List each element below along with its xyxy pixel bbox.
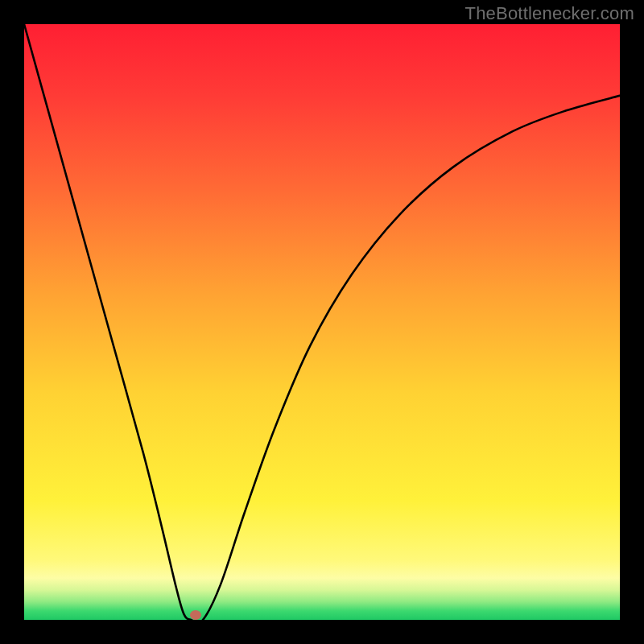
chart-frame: TheBottlenecker.com [0, 0, 644, 644]
bottleneck-curve [24, 24, 620, 620]
plot-area [24, 24, 620, 620]
attribution-text: TheBottlenecker.com [465, 3, 634, 24]
minimum-marker [190, 610, 201, 620]
